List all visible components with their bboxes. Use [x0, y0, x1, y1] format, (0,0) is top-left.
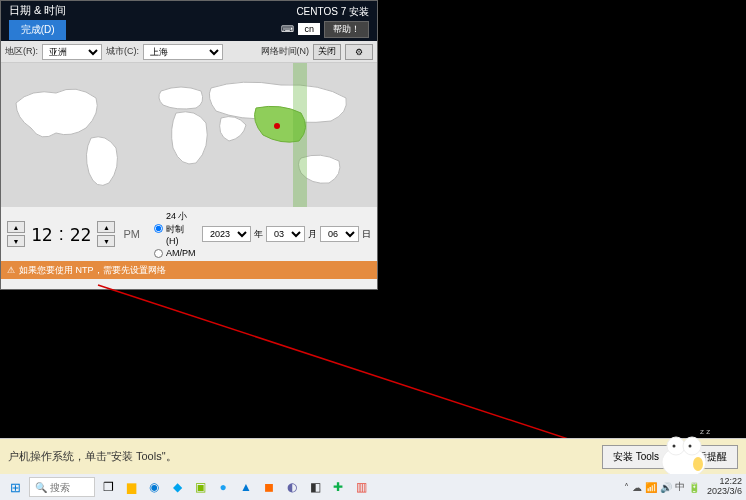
app-icon-1[interactable]: ◆ — [167, 477, 187, 497]
help-button[interactable]: 帮助！ — [324, 21, 369, 38]
system-tray: ˄ ☁ 📶 🔊 中 🔋 12:22 2023/3/6 — [624, 477, 742, 497]
format-ampm-radio[interactable] — [154, 249, 163, 258]
region-label: 地区(R): — [5, 45, 38, 58]
app-icon-6[interactable]: ◐ — [282, 477, 302, 497]
clock-date: 2023/3/6 — [707, 487, 742, 497]
timezone-highlight — [293, 63, 307, 207]
product-name: CENTOS 7 安装 — [296, 5, 369, 19]
file-explorer-icon[interactable]: ▆ — [121, 477, 141, 497]
install-tools-button[interactable]: 安装 Tools — [602, 445, 670, 469]
region-select[interactable]: 亚洲 — [42, 44, 102, 60]
tray-chevron-icon[interactable]: ˄ — [624, 482, 629, 493]
taskbar-search[interactable]: 🔍 — [29, 477, 95, 497]
keyboard-layout[interactable]: cn — [298, 23, 320, 35]
app-icon-4[interactable]: ▲ — [236, 477, 256, 497]
minute-down-button[interactable]: ▼ — [97, 235, 115, 247]
day-label: 日 — [362, 228, 371, 241]
installer-header: 日期 & 时间 完成(D) CENTOS 7 安装 ⌨ cn 帮助！ — [1, 1, 377, 41]
windows-logo-icon: ⊞ — [10, 480, 21, 495]
search-input[interactable] — [50, 482, 94, 493]
start-button[interactable]: ⊞ — [4, 476, 26, 498]
nettime-settings-button[interactable]: ⚙ — [345, 44, 373, 60]
hour-up-button[interactable]: ▲ — [7, 221, 25, 233]
tray-volume-icon[interactable]: 🔊 — [660, 482, 672, 493]
location-pin-icon — [274, 123, 280, 129]
hour-value: 12 — [31, 224, 53, 245]
keyboard-icon: ⌨ — [281, 24, 294, 34]
month-label: 月 — [308, 228, 317, 241]
format-24h-radio[interactable] — [154, 224, 163, 233]
world-map-svg — [1, 63, 377, 207]
page-title: 日期 & 时间 — [9, 3, 66, 18]
nettime-label: 网络时间(N) — [261, 45, 310, 58]
hour-down-button[interactable]: ▼ — [7, 235, 25, 247]
ampm-indicator: PM — [123, 228, 140, 240]
vmware-tools-bar: 户机操作系统，单击"安装 Tools"。 安装 Tools 以后提醒 — [0, 438, 746, 474]
warning-icon: ⚠ — [7, 265, 15, 275]
centos-installer-window: 日期 & 时间 完成(D) CENTOS 7 安装 ⌨ cn 帮助！ 地区(R)… — [0, 0, 378, 290]
format-24h-option[interactable]: 24 小时制(H) — [154, 210, 196, 246]
app-icon-3[interactable]: ● — [213, 477, 233, 497]
tray-cloud-icon[interactable]: ☁ — [632, 482, 642, 493]
timezone-filters: 地区(R): 亚洲 城市(C): 上海 网络时间(N) 关闭 ⚙ — [1, 41, 377, 63]
month-select[interactable]: 03 — [266, 226, 305, 242]
nettime-toggle[interactable]: 关闭 — [313, 44, 341, 60]
city-label: 城市(C): — [106, 45, 139, 58]
format-ampm-option[interactable]: AM/PM — [154, 248, 196, 258]
year-label: 年 — [254, 228, 263, 241]
app-icon-5[interactable]: ◼ — [259, 477, 279, 497]
time-colon: : — [59, 224, 64, 245]
city-select[interactable]: 上海 — [143, 44, 223, 60]
tray-ime-icon[interactable]: 中 — [675, 480, 685, 494]
tray-battery-icon[interactable]: 🔋 — [688, 482, 700, 493]
vmware-icon[interactable]: ▥ — [351, 477, 371, 497]
minute-value: 22 — [70, 224, 92, 245]
year-select[interactable]: 2023 — [202, 226, 251, 242]
minute-up-button[interactable]: ▲ — [97, 221, 115, 233]
edge-icon[interactable]: ◉ — [144, 477, 164, 497]
svg-text:z z: z z — [700, 427, 710, 436]
timezone-map[interactable] — [1, 63, 377, 207]
app-icon-8[interactable]: ✚ — [328, 477, 348, 497]
tray-wifi-icon[interactable]: 📶 — [645, 482, 657, 493]
windows-taskbar: ⊞ 🔍 ❐ ▆ ◉ ◆ ▣ ● ▲ ◼ ◐ ◧ ✚ ▥ ˄ ☁ 📶 🔊 中 🔋 … — [0, 474, 746, 500]
day-select[interactable]: 06 — [320, 226, 359, 242]
remind-later-button[interactable]: 以后提醒 — [676, 445, 738, 469]
search-icon: 🔍 — [35, 482, 47, 493]
taskbar-clock[interactable]: 12:22 2023/3/6 — [707, 477, 742, 497]
warning-text: 如果您要使用 NTP，需要先设置网络 — [19, 264, 166, 277]
time-controls: ▲ ▼ 12 : 22 ▲ ▼ PM 24 小时制(H) AM/PM 2023 … — [1, 207, 377, 261]
task-view-icon[interactable]: ❐ — [98, 477, 118, 497]
vmware-message: 户机操作系统，单击"安装 Tools"。 — [8, 449, 177, 464]
done-button[interactable]: 完成(D) — [9, 20, 66, 40]
app-icon-7[interactable]: ◧ — [305, 477, 325, 497]
ntp-warning-bar: ⚠ 如果您要使用 NTP，需要先设置网络 — [1, 261, 377, 279]
app-icon-2[interactable]: ▣ — [190, 477, 210, 497]
